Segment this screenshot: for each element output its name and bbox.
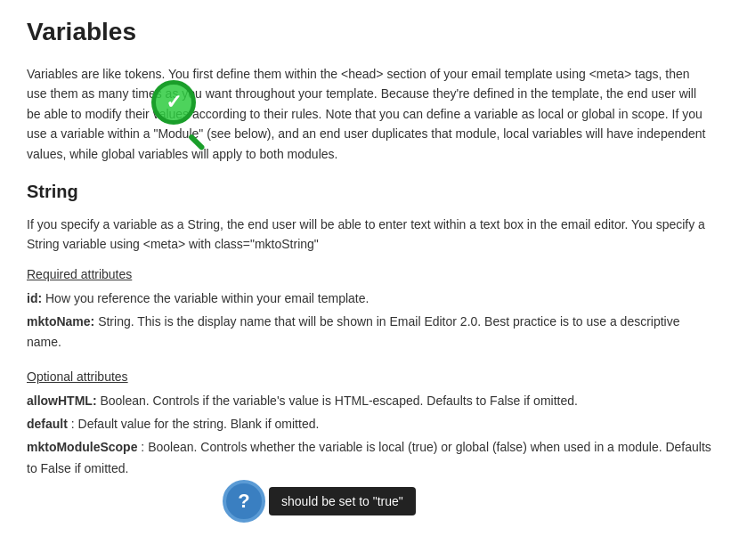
attr-allowhtml: allowHTML: Boolean. Controls if the vari… [27,391,712,412]
string-description: If you specify a variable as a String, t… [27,215,712,255]
question-circle-icon[interactable]: ? [223,480,265,523]
attr-id-name: id: [27,291,42,305]
attr-id: id: How you reference the variable withi… [27,288,712,310]
attr-mktomodulescope-name: mktoModuleScope [27,440,137,454]
attr-id-text: How you reference the variable within yo… [45,291,369,305]
string-section: String If you specify a variable as a St… [27,182,712,479]
attr-default-name: default [27,417,68,431]
attr-mktoname-name: mktoName: [27,314,94,329]
check-magnifier-icon [151,80,214,142]
optional-attributes-label: Optional attributes [27,369,712,384]
tooltip-container: ? should be set to "true" [223,480,416,523]
page-title: Variables [27,18,712,46]
page-intro: Variables are like tokens. You first def… [27,64,712,164]
tooltip-bubble: should be set to "true" [269,487,416,515]
attr-mktomodulescope: mktoModuleScope : Boolean. Controls whet… [27,437,712,480]
string-heading: String [27,182,712,202]
attr-default-text: : Default value for the string. Blank if… [71,417,320,431]
required-attributes-label: Required attributes [27,267,712,281]
attr-default: default : Default value for the string. … [27,414,712,435]
check-circle [151,80,196,125]
attr-mktoname: mktoName: String. This is the display na… [27,312,712,354]
attr-allowhtml-name: allowHTML: [27,394,97,408]
question-symbol: ? [238,490,249,513]
attr-mktoname-text: String. This is the display name that wi… [27,314,680,350]
attr-allowhtml-text: Boolean. Controls if the variable's valu… [100,394,577,408]
